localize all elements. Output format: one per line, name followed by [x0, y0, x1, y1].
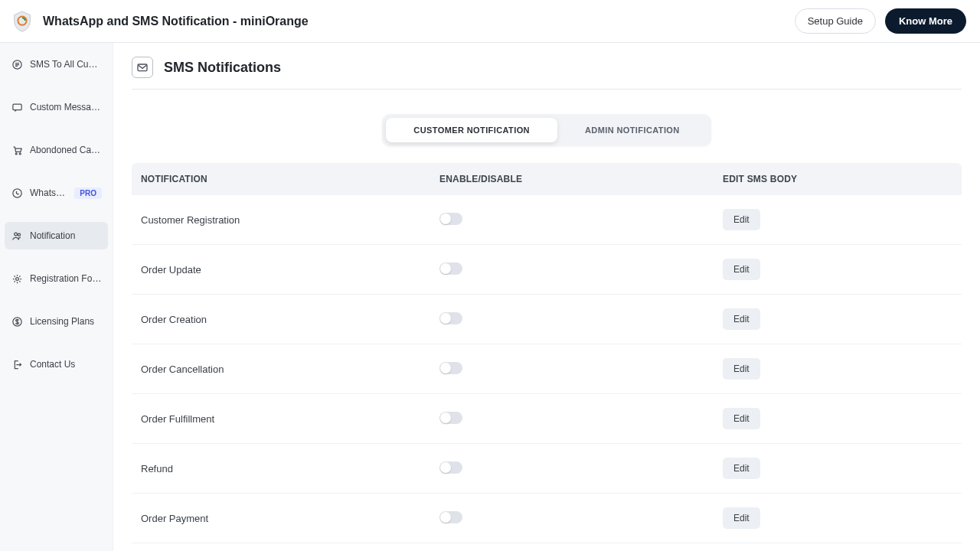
edit-cell: Edit [714, 295, 962, 344]
toggle-cell [430, 444, 714, 494]
edit-button[interactable]: Edit [723, 507, 760, 529]
toggle-cell [430, 295, 714, 344]
edit-cell: Edit [714, 344, 962, 394]
enable-toggle[interactable] [439, 213, 462, 225]
tabs: CUSTOMER NOTIFICATION ADMIN NOTIFICATION [132, 114, 962, 146]
toggle-cell [430, 245, 714, 295]
table-row: Order CancellationEdit [132, 344, 962, 394]
notification-name: Order Payment [132, 494, 430, 543]
sidebar-item-label: Contact Us [30, 359, 75, 370]
page-header: SMS Notifications [132, 57, 962, 90]
toggle-cell [430, 494, 714, 543]
column-header-notification: NOTIFICATION [132, 163, 430, 195]
table-row: Customer RegistrationEdit [132, 195, 962, 245]
svg-rect-2 [12, 104, 21, 110]
svg-point-3 [15, 152, 17, 154]
enable-toggle[interactable] [439, 412, 462, 424]
edit-cell: Edit [714, 394, 962, 444]
sidebar-item-label: WhatsApp [30, 187, 67, 198]
toggle-cell [430, 344, 714, 394]
sidebar-item-licensing[interactable]: Licensing Plans [5, 308, 108, 335]
sidebar-item-custom-messages[interactable]: Custom Messages [5, 93, 108, 121]
table-row: Order UpdateEdit [132, 245, 962, 295]
enable-toggle[interactable] [439, 262, 462, 275]
tab-customer-notification[interactable]: CUSTOMER NOTIFICATION [386, 118, 557, 142]
edit-button[interactable]: Edit [723, 458, 760, 479]
sidebar-item-label: Abondoned Cart Noti... [30, 145, 102, 155]
know-more-button[interactable]: Know More [885, 8, 966, 34]
sidebar-item-contact[interactable]: Contact Us [5, 350, 108, 378]
table-row: Order PaymentEdit [132, 494, 962, 543]
svg-point-8 [15, 277, 18, 280]
sidebar-item-abandoned-cart[interactable]: Abondoned Cart Noti... [5, 136, 108, 164]
envelope-icon [132, 57, 153, 78]
notification-name: Customer Registration [132, 195, 430, 245]
edit-button[interactable]: Edit [723, 358, 760, 380]
edit-cell: Edit [714, 245, 962, 295]
edit-button[interactable]: Edit [723, 408, 760, 429]
brand: WhatsApp and SMS Notification - miniOran… [11, 10, 309, 33]
edit-button[interactable]: Edit [723, 209, 760, 230]
enable-toggle[interactable] [439, 362, 462, 374]
toggle-cell [430, 195, 714, 245]
dollar-icon [11, 315, 23, 328]
brand-logo-icon [11, 10, 34, 33]
notification-name: Order Cancellation [132, 344, 430, 394]
sidebar-item-label: Notification [30, 230, 75, 241]
column-header-edit: EDIT SMS BODY [714, 163, 962, 195]
edit-cell: Edit [714, 444, 962, 494]
users-icon [11, 230, 23, 242]
enable-toggle[interactable] [439, 312, 462, 324]
svg-point-6 [14, 233, 17, 236]
cart-icon [11, 144, 23, 156]
message-icon [11, 101, 23, 113]
notifications-table: NOTIFICATION ENABLE/DISABLE EDIT SMS BOD… [132, 163, 962, 543]
sidebar-item-label: Registration Form Set... [30, 273, 102, 284]
svg-point-7 [18, 233, 20, 236]
sidebar-item-registration-form[interactable]: Registration Form Set... [5, 265, 108, 292]
app-title: WhatsApp and SMS Notification - miniOran… [43, 15, 309, 28]
signout-icon [11, 358, 23, 370]
column-header-enable: ENABLE/DISABLE [430, 163, 714, 195]
topbar-actions: Setup Guide Know More [795, 8, 966, 34]
tab-admin-notification[interactable]: ADMIN NOTIFICATION [557, 118, 707, 142]
edit-button[interactable]: Edit [723, 308, 760, 330]
chat-icon [11, 58, 23, 70]
enable-toggle[interactable] [439, 461, 462, 474]
notification-name: Refund [132, 444, 430, 494]
edit-cell: Edit [714, 494, 962, 543]
table-row: Order FulfillmentEdit [132, 394, 962, 444]
pro-badge: PRO [74, 187, 102, 199]
svg-point-4 [19, 152, 21, 154]
setup-guide-button[interactable]: Setup Guide [795, 8, 876, 34]
sidebar-item-label: Licensing Plans [30, 316, 94, 327]
sidebar-item-sms-all[interactable]: SMS To All Customers [5, 51, 108, 78]
gear-icon [11, 272, 23, 285]
sidebar: SMS To All Customers Custom Messages Abo… [0, 43, 113, 551]
main-content: SMS Notifications CUSTOMER NOTIFICATION … [113, 43, 980, 551]
enable-toggle[interactable] [439, 511, 462, 523]
table-row: RefundEdit [132, 444, 962, 494]
toggle-cell [430, 394, 714, 444]
topbar: WhatsApp and SMS Notification - miniOran… [0, 0, 980, 43]
edit-button[interactable]: Edit [723, 259, 760, 280]
sidebar-item-label: SMS To All Customers [30, 59, 102, 70]
sidebar-item-notification[interactable]: Notification [5, 222, 108, 249]
sidebar-item-whatsapp[interactable]: WhatsApp PRO [5, 179, 108, 207]
edit-cell: Edit [714, 195, 962, 245]
notification-name: Order Creation [132, 295, 430, 344]
svg-rect-10 [138, 64, 147, 71]
notification-name: Order Fulfillment [132, 394, 430, 444]
table-row: Order CreationEdit [132, 295, 962, 344]
whatsapp-icon [11, 187, 23, 199]
notification-name: Order Update [132, 245, 430, 295]
page-title: SMS Notifications [164, 60, 281, 76]
sidebar-item-label: Custom Messages [30, 102, 102, 112]
